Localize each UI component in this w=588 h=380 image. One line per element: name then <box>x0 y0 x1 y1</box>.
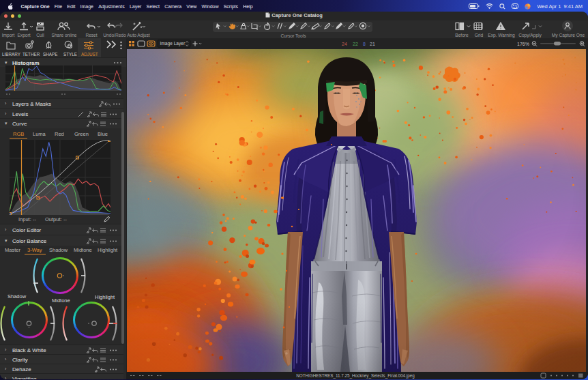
svg-text:8: 8 <box>363 42 366 46</box>
svg-text:22: 22 <box>353 42 358 46</box>
svg-text:NOTHIGHESTRES_11.7.25_Hockney_: NOTHIGHESTRES_11.7.25_Hockney_Selects_Fi… <box>296 373 415 379</box>
svg-text:21: 21 <box>370 42 375 46</box>
svg-text:176%: 176% <box>517 42 529 46</box>
svg-text:24: 24 <box>342 42 347 46</box>
svg-text:Image Layer: Image Layer <box>160 41 186 46</box>
